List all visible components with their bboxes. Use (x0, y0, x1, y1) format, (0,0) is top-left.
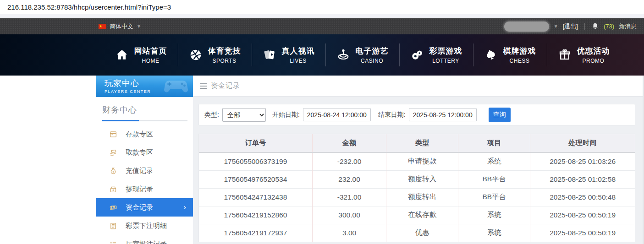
nav-label-en: SPORTS (208, 58, 241, 64)
cell-type: 额度转入 (386, 170, 458, 188)
col-header-amount: 金额 (312, 134, 386, 152)
sidebar-item-lottery-detail[interactable]: 彩票下注明细 (96, 217, 193, 235)
withdraw-icon (109, 148, 118, 157)
nav-label-zh: 真人视讯 (282, 46, 315, 56)
nav-label-zh: 电子游艺 (356, 46, 389, 56)
lottery-balls-icon (410, 48, 424, 62)
username-redacted[interactable] (504, 22, 549, 32)
china-flag-icon: ★ (99, 24, 106, 29)
sidebar-item-funds-record[interactable]: 资金记录 › (96, 198, 193, 217)
language-label: 简体中文 (110, 22, 133, 31)
sidebar-item-deposit[interactable]: 存款专区 (96, 125, 193, 143)
cell-time: 2025-08-25 00:50:48 (530, 188, 635, 206)
browser-address-bar[interactable]: 216.118.235.52:8783/hhcp/usercenter.html… (0, 0, 644, 14)
end-date-label: 结束日期: (378, 111, 406, 119)
nav-label-zh: 网站首页 (134, 46, 167, 56)
cell-project: BB平台 (458, 188, 530, 206)
nav-label-en: PROMO (577, 58, 610, 64)
recharge-record-icon (109, 167, 118, 175)
page-title: 资金记录 (211, 81, 240, 90)
col-header-project: 项目 (458, 134, 530, 152)
sidebar-item-label: 取款专区 (126, 148, 153, 157)
message-count-badge[interactable]: (73) (604, 23, 614, 30)
nav-label-zh: 体育竞技 (208, 46, 241, 56)
nav-item-promo[interactable]: 优惠活动 PROMO (547, 43, 621, 66)
cell-project: 系统 (458, 206, 530, 224)
search-button[interactable]: 查询 (489, 108, 511, 122)
playing-cards-icon (263, 48, 276, 62)
sidebar-item-label: 厅室投注记录 (126, 240, 167, 244)
cell-time: 2025-08-25 00:50:19 (530, 206, 635, 224)
page: 216.118.235.52:8783/hhcp/usercenter.html… (0, 0, 644, 244)
left-gutter (0, 76, 96, 244)
nav-item-casino[interactable]: 电子游艺 CASINO (325, 43, 399, 66)
table-row: 1756054219172937 3.00 优惠 系统 2025-08-25 0… (199, 224, 635, 242)
content-body: 类型: 全部 开始日期: 结束日期: 查询 订单号 (193, 97, 643, 242)
home-icon (115, 48, 129, 62)
table-header-row: 订单号 金额 类型 项目 处理时间 (199, 134, 635, 152)
sports-ball-icon (189, 48, 203, 62)
nav-label-en: CHESS (503, 58, 536, 64)
logout-button[interactable]: [退出] (563, 22, 578, 31)
nav-label-en: LIVES (282, 58, 315, 64)
nav-label-zh: 彩票游戏 (429, 46, 462, 56)
chevron-down-icon[interactable]: ▼ (554, 24, 558, 29)
start-date-input[interactable] (303, 108, 371, 121)
cell-order-no: 1756054219172937 (199, 224, 312, 242)
menu-toggle-icon[interactable] (200, 83, 207, 89)
nav-label-en: HOME (134, 58, 167, 64)
browser-bar-divider (0, 14, 644, 18)
players-center-header: 玩家中心 PLAYERS CENTER (96, 76, 193, 97)
funds-table-panel: 订单号 金额 类型 项目 处理时间 1756055006373199 -232.… (198, 134, 635, 242)
sidebar-item-label: 彩票下注明细 (126, 222, 167, 230)
hall-bets-icon (109, 240, 118, 244)
spade-icon (484, 48, 498, 62)
cell-amount: 3.00 (312, 224, 386, 242)
nav-item-chess[interactable]: 棋牌游戏 CHESS (473, 43, 547, 66)
deposit-icon (109, 130, 118, 139)
main-nav: 网站首页 HOME 体育竞技 SPORTS 真人视讯 LIVES (0, 34, 644, 76)
nav-label-zh: 优惠活动 (577, 46, 610, 56)
cell-project: 系统 (458, 224, 530, 242)
sidebar-item-withdraw[interactable]: 取款专区 (96, 143, 193, 162)
sidebar-menu: 存款专区 取款专区 充值记录 (96, 121, 193, 244)
start-date-label: 开始日期: (272, 111, 300, 119)
cell-type: 在线存款 (386, 206, 458, 224)
funds-record-icon (109, 203, 118, 212)
breadcrumb: 资金记录 (193, 76, 643, 97)
chevron-down-icon: ▼ (137, 24, 141, 29)
nav-item-lottery[interactable]: 彩票游戏 LOTTERY (399, 43, 473, 66)
cell-order-no: 1756054247132438 (199, 188, 312, 206)
cell-amount: -232.00 (312, 152, 386, 170)
account-actions: ▼ [退出] (73) 新消息 (504, 22, 637, 32)
new-messages-link[interactable]: 新消息 (619, 22, 637, 31)
sidebar: 玩家中心 PLAYERS CENTER 财务中心 存款专区 (96, 76, 193, 244)
sidebar-item-label: 存款专区 (126, 130, 153, 139)
funds-table: 订单号 金额 类型 项目 处理时间 1756055006373199 -232.… (199, 134, 635, 242)
end-date-input[interactable] (409, 108, 477, 121)
nav-item-sports[interactable]: 体育竞技 SPORTS (178, 43, 252, 66)
language-selector[interactable]: ★ 简体中文 ▼ (99, 22, 141, 31)
gamepad-icon (164, 79, 188, 94)
col-header-type: 类型 (386, 134, 458, 152)
cell-order-no: 1756055006373199 (199, 152, 312, 170)
cell-time: 2025-08-25 01:02:58 (530, 170, 635, 188)
sidebar-item-recharge-record[interactable]: 充值记录 (96, 162, 193, 180)
type-label: 类型: (204, 111, 219, 119)
nav-item-home[interactable]: 网站首页 HOME (105, 43, 178, 66)
notification-bell-icon[interactable] (591, 22, 599, 30)
cell-order-no: 1756054219152860 (199, 206, 312, 224)
nav-item-lives[interactable]: 真人视讯 LIVES (252, 43, 325, 66)
nav-label-en: LOTTERY (429, 58, 462, 64)
cell-project: BB平台 (458, 170, 530, 188)
sidebar-item-hall-bets[interactable]: 厅室投注记录 (96, 235, 193, 244)
col-header-order-no: 订单号 (199, 134, 312, 152)
type-select[interactable]: 全部 (222, 108, 266, 122)
sidebar-item-cashout-record[interactable]: 提现记录 (96, 180, 193, 198)
roulette-icon (336, 48, 350, 62)
table-row: 1756054247132438 -321.00 额度转出 BB平台 2025-… (199, 188, 635, 206)
lottery-detail-icon (109, 222, 118, 230)
col-header-time: 处理时间 (530, 134, 635, 152)
divider (584, 23, 585, 30)
main-area: 玩家中心 PLAYERS CENTER 财务中心 存款专区 (0, 76, 644, 244)
